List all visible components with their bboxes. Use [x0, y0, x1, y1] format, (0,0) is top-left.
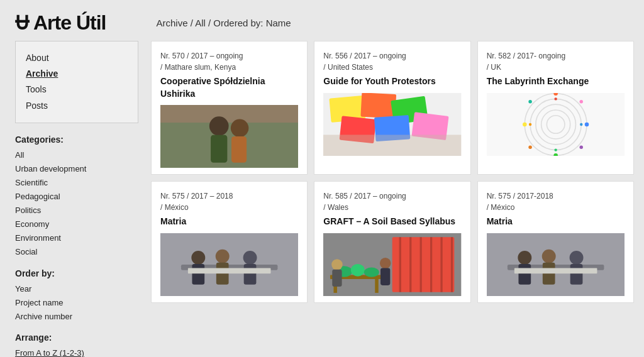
svg-point-28: [528, 100, 531, 103]
card-title-6: Matria: [487, 216, 625, 228]
svg-rect-46: [409, 237, 411, 292]
arrange-list: From A to Z (1-2-3) From Z to A (3-2-1): [15, 346, 138, 357]
svg-rect-49: [441, 237, 443, 292]
svg-rect-48: [430, 237, 432, 292]
category-pedagogical[interactable]: Pedagogical: [15, 190, 138, 204]
svg-rect-70: [487, 233, 625, 296]
card-title-3: The Labyrinth Exchange: [487, 75, 625, 88]
svg-rect-60: [380, 268, 390, 285]
card-image-1: [160, 105, 298, 168]
content-area: Nr. 570 / 2017 – ongoing/ Mathare slum, …: [145, 41, 644, 357]
card-meta-4: Nr. 575 / 2017 – 2018/ México: [160, 190, 298, 213]
svg-point-24: [523, 122, 527, 126]
card-matria-1[interactable]: Nr. 575 / 2017 – 2018/ México Matria: [151, 181, 308, 303]
arrange-section: Arrange: From A to Z (1-2-3) From Z to A…: [15, 332, 138, 357]
svg-rect-14: [323, 135, 461, 156]
svg-point-25: [579, 100, 582, 103]
nav-posts[interactable]: Posts: [26, 98, 128, 114]
card-guide[interactable]: Nr. 556 / 2017 – ongoing/ United States …: [314, 41, 470, 175]
main-layout: About Archive Tools Posts Categories: Al…: [0, 41, 644, 357]
category-all[interactable]: All: [15, 148, 138, 162]
card-meta-1: Nr. 570 / 2017 – ongoing/ Mathare slum, …: [160, 50, 298, 73]
svg-rect-47: [420, 237, 422, 292]
svg-point-30: [580, 123, 582, 125]
nav-menu: About Archive Tools Posts: [15, 41, 138, 123]
logo-icon: Ʉ: [15, 12, 28, 34]
card-image-6: [487, 233, 625, 296]
nav-tools[interactable]: Tools: [26, 82, 128, 97]
order-archive-number[interactable]: Archive number: [15, 310, 138, 324]
svg-point-59: [380, 258, 391, 269]
card-meta-6: Nr. 575 / 2017-2018/ México: [487, 190, 625, 213]
card-image-2: [323, 93, 461, 156]
sidebar: About Archive Tools Posts Categories: Al…: [0, 41, 145, 357]
svg-rect-53: [375, 279, 379, 293]
svg-point-29: [554, 97, 557, 100]
category-politics[interactable]: Politics: [15, 204, 138, 217]
card-meta-5: Nr. 585 / 2017 – ongoing/ Wales: [323, 190, 461, 213]
svg-rect-44: [392, 237, 455, 292]
card-title-4: Matria: [160, 216, 298, 228]
card-title-2: Guide for Youth Protestors: [323, 75, 461, 88]
nav-archive[interactable]: Archive: [26, 66, 128, 82]
svg-rect-50: [451, 237, 453, 292]
categories-label: Categories:: [15, 135, 138, 145]
card-title-1: Cooperative Spółdzielnia Ushirika: [160, 75, 298, 100]
category-economy[interactable]: Economy: [15, 217, 138, 231]
nav-about[interactable]: About: [26, 50, 128, 66]
category-list: All Urban development Scientific Pedagog…: [15, 148, 138, 260]
cards-grid: Nr. 570 / 2017 – ongoing/ Mathare slum, …: [151, 41, 634, 303]
category-environment[interactable]: Environment: [15, 231, 138, 245]
category-scientific[interactable]: Scientific: [15, 176, 138, 190]
svg-rect-15: [487, 93, 625, 156]
svg-point-31: [554, 148, 557, 151]
svg-point-32: [529, 123, 531, 125]
page-wrapper: Ʉ Arte Útil Archive / All / Ordered by: …: [0, 0, 644, 357]
logo: Ʉ Arte Útil: [15, 11, 106, 35]
svg-rect-58: [333, 269, 342, 286]
card-matria-2[interactable]: Nr. 575 / 2017-2018/ México Matria: [477, 181, 634, 303]
card-labyrinth[interactable]: Nr. 582 / 2017- ongoing/ UK The Labyrint…: [477, 41, 634, 175]
card-title-5: GRAFT – A Soil Based Syllabus: [323, 216, 461, 228]
card-meta-2: Nr. 556 / 2017 – ongoing/ United States: [323, 50, 461, 73]
category-urban[interactable]: Urban development: [15, 162, 138, 176]
card-cooperative[interactable]: Nr. 570 / 2017 – ongoing/ Mathare slum, …: [151, 41, 308, 175]
order-list: Year Project name Archive number: [15, 282, 138, 324]
arrange-asc[interactable]: From A to Z (1-2-3): [15, 346, 138, 357]
card-image-3: [487, 93, 625, 156]
svg-point-56: [364, 267, 379, 277]
svg-rect-42: [160, 233, 298, 296]
order-label: Order by:: [15, 268, 138, 278]
svg-point-27: [528, 145, 531, 148]
svg-point-55: [351, 264, 365, 277]
svg-point-26: [579, 145, 582, 148]
card-meta-3: Nr. 582 / 2017- ongoing/ UK: [487, 50, 625, 73]
card-graft[interactable]: Nr. 585 / 2017 – ongoing/ Wales GRAFT – …: [314, 181, 470, 303]
categories-section: Categories: All Urban development Scient…: [15, 135, 145, 357]
category-social[interactable]: Social: [15, 245, 138, 259]
arrange-label: Arrange:: [15, 332, 138, 343]
svg-rect-9: [361, 93, 397, 118]
svg-point-22: [584, 122, 589, 126]
breadcrumb: Archive / All / Ordered by: Name: [156, 18, 291, 28]
card-image-5: [323, 233, 461, 296]
order-year[interactable]: Year: [15, 282, 138, 296]
order-project-name[interactable]: Project name: [15, 296, 138, 310]
card-image-4: [160, 233, 298, 296]
header: Ʉ Arte Útil Archive / All / Ordered by: …: [0, 0, 644, 41]
svg-point-57: [331, 259, 343, 270]
svg-rect-6: [160, 105, 298, 168]
svg-rect-45: [399, 237, 401, 292]
logo-text: Arte Útil: [33, 11, 106, 35]
